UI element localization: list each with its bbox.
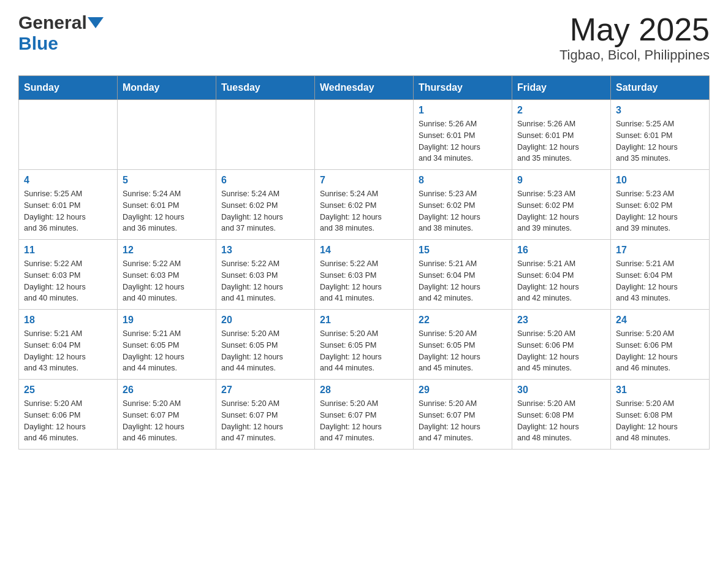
calendar-cell: 21Sunrise: 5:20 AM Sunset: 6:05 PM Dayli…: [315, 310, 414, 380]
title-block: May 2025 Tigbao, Bicol, Philippines: [559, 12, 710, 63]
week-row-4: 18Sunrise: 5:21 AM Sunset: 6:04 PM Dayli…: [19, 310, 710, 380]
day-number: 1: [419, 105, 507, 116]
week-row-5: 25Sunrise: 5:20 AM Sunset: 6:06 PM Dayli…: [19, 380, 710, 450]
day-info: Sunrise: 5:20 AM Sunset: 6:05 PM Dayligh…: [419, 328, 507, 374]
day-info: Sunrise: 5:25 AM Sunset: 6:01 PM Dayligh…: [616, 118, 704, 164]
day-number: 24: [616, 315, 704, 326]
day-info: Sunrise: 5:24 AM Sunset: 6:02 PM Dayligh…: [320, 188, 408, 234]
day-number: 27: [221, 385, 309, 396]
day-number: 6: [221, 175, 309, 186]
calendar-cell: 9Sunrise: 5:23 AM Sunset: 6:02 PM Daylig…: [512, 170, 611, 240]
calendar-cell: 25Sunrise: 5:20 AM Sunset: 6:06 PM Dayli…: [19, 380, 118, 450]
day-info: Sunrise: 5:20 AM Sunset: 6:07 PM Dayligh…: [221, 398, 309, 444]
day-number: 12: [123, 245, 211, 256]
calendar-cell: 6Sunrise: 5:24 AM Sunset: 6:02 PM Daylig…: [216, 170, 315, 240]
day-info: Sunrise: 5:20 AM Sunset: 6:06 PM Dayligh…: [616, 328, 704, 374]
column-header-monday: Monday: [118, 76, 216, 100]
day-info: Sunrise: 5:22 AM Sunset: 6:03 PM Dayligh…: [123, 258, 211, 304]
logo-arrow-icon: [88, 17, 104, 28]
day-info: Sunrise: 5:20 AM Sunset: 6:05 PM Dayligh…: [320, 328, 408, 374]
calendar-cell: 7Sunrise: 5:24 AM Sunset: 6:02 PM Daylig…: [315, 170, 414, 240]
calendar-cell: 16Sunrise: 5:21 AM Sunset: 6:04 PM Dayli…: [512, 240, 611, 310]
day-info: Sunrise: 5:23 AM Sunset: 6:02 PM Dayligh…: [419, 188, 507, 234]
day-info: Sunrise: 5:23 AM Sunset: 6:02 PM Dayligh…: [517, 188, 605, 234]
calendar-cell: 20Sunrise: 5:20 AM Sunset: 6:05 PM Dayli…: [216, 310, 315, 380]
calendar-cell: [315, 100, 414, 170]
day-info: Sunrise: 5:24 AM Sunset: 6:01 PM Dayligh…: [123, 188, 211, 234]
day-number: 18: [24, 315, 112, 326]
logo-general-text: General: [18, 12, 87, 33]
calendar-cell: 27Sunrise: 5:20 AM Sunset: 6:07 PM Dayli…: [216, 380, 315, 450]
calendar-cell: 19Sunrise: 5:21 AM Sunset: 6:05 PM Dayli…: [118, 310, 216, 380]
day-info: Sunrise: 5:22 AM Sunset: 6:03 PM Dayligh…: [221, 258, 309, 304]
day-number: 7: [320, 175, 408, 186]
calendar-cell: [216, 100, 315, 170]
day-info: Sunrise: 5:20 AM Sunset: 6:07 PM Dayligh…: [419, 398, 507, 444]
day-info: Sunrise: 5:20 AM Sunset: 6:07 PM Dayligh…: [320, 398, 408, 444]
day-info: Sunrise: 5:20 AM Sunset: 6:08 PM Dayligh…: [616, 398, 704, 444]
calendar-cell: 31Sunrise: 5:20 AM Sunset: 6:08 PM Dayli…: [611, 380, 710, 450]
calendar-cell: 26Sunrise: 5:20 AM Sunset: 6:07 PM Dayli…: [118, 380, 216, 450]
day-info: Sunrise: 5:20 AM Sunset: 6:06 PM Dayligh…: [517, 328, 605, 374]
day-number: 10: [616, 175, 704, 186]
calendar-cell: 17Sunrise: 5:21 AM Sunset: 6:04 PM Dayli…: [611, 240, 710, 310]
day-info: Sunrise: 5:20 AM Sunset: 6:05 PM Dayligh…: [221, 328, 309, 374]
calendar-cell: 5Sunrise: 5:24 AM Sunset: 6:01 PM Daylig…: [118, 170, 216, 240]
day-number: 19: [123, 315, 211, 326]
calendar-subtitle: Tigbao, Bicol, Philippines: [559, 47, 710, 63]
day-info: Sunrise: 5:20 AM Sunset: 6:06 PM Dayligh…: [24, 398, 112, 444]
day-info: Sunrise: 5:22 AM Sunset: 6:03 PM Dayligh…: [320, 258, 408, 304]
calendar-table: SundayMondayTuesdayWednesdayThursdayFrid…: [18, 75, 710, 450]
day-number: 31: [616, 385, 704, 396]
calendar-cell: 13Sunrise: 5:22 AM Sunset: 6:03 PM Dayli…: [216, 240, 315, 310]
logo-blue-text: Blue: [18, 33, 58, 54]
calendar-cell: 15Sunrise: 5:21 AM Sunset: 6:04 PM Dayli…: [414, 240, 512, 310]
day-number: 11: [24, 245, 112, 256]
day-info: Sunrise: 5:26 AM Sunset: 6:01 PM Dayligh…: [517, 118, 605, 164]
calendar-cell: 22Sunrise: 5:20 AM Sunset: 6:05 PM Dayli…: [414, 310, 512, 380]
column-header-sunday: Sunday: [19, 76, 118, 100]
calendar-cell: 14Sunrise: 5:22 AM Sunset: 6:03 PM Dayli…: [315, 240, 414, 310]
day-number: 21: [320, 315, 408, 326]
week-row-3: 11Sunrise: 5:22 AM Sunset: 6:03 PM Dayli…: [19, 240, 710, 310]
column-header-thursday: Thursday: [414, 76, 512, 100]
calendar-cell: 10Sunrise: 5:23 AM Sunset: 6:02 PM Dayli…: [611, 170, 710, 240]
day-number: 13: [221, 245, 309, 256]
day-number: 9: [517, 175, 605, 186]
day-info: Sunrise: 5:23 AM Sunset: 6:02 PM Dayligh…: [616, 188, 704, 234]
day-number: 16: [517, 245, 605, 256]
calendar-title: May 2025: [559, 12, 710, 47]
day-info: Sunrise: 5:21 AM Sunset: 6:04 PM Dayligh…: [616, 258, 704, 304]
week-row-1: 1Sunrise: 5:26 AM Sunset: 6:01 PM Daylig…: [19, 100, 710, 170]
calendar-cell: 1Sunrise: 5:26 AM Sunset: 6:01 PM Daylig…: [414, 100, 512, 170]
calendar-cell: 23Sunrise: 5:20 AM Sunset: 6:06 PM Dayli…: [512, 310, 611, 380]
page-header: General Blue May 2025 Tigbao, Bicol, Phi…: [18, 12, 710, 63]
column-header-friday: Friday: [512, 76, 611, 100]
day-number: 23: [517, 315, 605, 326]
calendar-cell: 18Sunrise: 5:21 AM Sunset: 6:04 PM Dayli…: [19, 310, 118, 380]
day-number: 3: [616, 105, 704, 116]
day-number: 22: [419, 315, 507, 326]
day-info: Sunrise: 5:20 AM Sunset: 6:07 PM Dayligh…: [123, 398, 211, 444]
day-info: Sunrise: 5:21 AM Sunset: 6:04 PM Dayligh…: [419, 258, 507, 304]
day-number: 30: [517, 385, 605, 396]
day-number: 28: [320, 385, 408, 396]
calendar-cell: 3Sunrise: 5:25 AM Sunset: 6:01 PM Daylig…: [611, 100, 710, 170]
day-number: 17: [616, 245, 704, 256]
day-number: 2: [517, 105, 605, 116]
calendar-cell: [19, 100, 118, 170]
day-info: Sunrise: 5:24 AM Sunset: 6:02 PM Dayligh…: [221, 188, 309, 234]
day-info: Sunrise: 5:25 AM Sunset: 6:01 PM Dayligh…: [24, 188, 112, 234]
day-info: Sunrise: 5:22 AM Sunset: 6:03 PM Dayligh…: [24, 258, 112, 304]
calendar-cell: [118, 100, 216, 170]
calendar-cell: 24Sunrise: 5:20 AM Sunset: 6:06 PM Dayli…: [611, 310, 710, 380]
calendar-cell: 28Sunrise: 5:20 AM Sunset: 6:07 PM Dayli…: [315, 380, 414, 450]
week-row-2: 4Sunrise: 5:25 AM Sunset: 6:01 PM Daylig…: [19, 170, 710, 240]
calendar-cell: 2Sunrise: 5:26 AM Sunset: 6:01 PM Daylig…: [512, 100, 611, 170]
day-info: Sunrise: 5:21 AM Sunset: 6:04 PM Dayligh…: [24, 328, 112, 374]
day-number: 26: [123, 385, 211, 396]
day-info: Sunrise: 5:21 AM Sunset: 6:05 PM Dayligh…: [123, 328, 211, 374]
day-number: 25: [24, 385, 112, 396]
logo: General Blue: [18, 12, 104, 54]
calendar-cell: 8Sunrise: 5:23 AM Sunset: 6:02 PM Daylig…: [414, 170, 512, 240]
